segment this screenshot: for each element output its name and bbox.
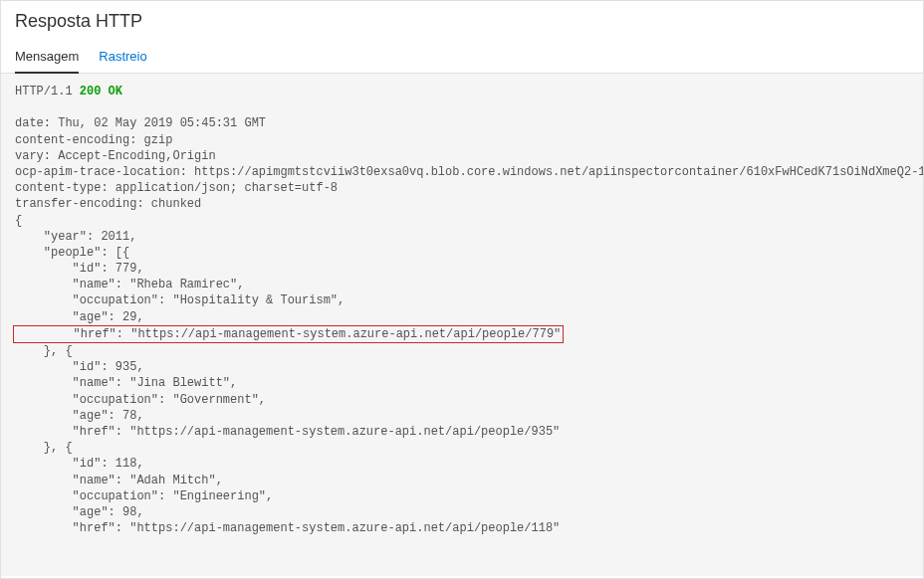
body-p3-id: "id": 118, xyxy=(15,457,144,471)
body-p2-href: "href": "https://api-management-system.a… xyxy=(15,425,560,439)
http-status-line: HTTP/1.1 200 OK xyxy=(15,85,122,98)
panel-title: Resposta HTTP xyxy=(15,11,909,32)
body-p3-age: "age": 98, xyxy=(15,505,144,519)
body-p2-name: "name": "Jina Blewitt", xyxy=(15,376,237,390)
body-open: { xyxy=(15,214,22,228)
header-vary: vary: Accept-Encoding,Origin xyxy=(15,149,216,163)
body-sep1: }, { xyxy=(15,344,73,358)
body-people-open: "people": [{ xyxy=(15,246,129,260)
header-content-type: content-type: application/json; charset=… xyxy=(15,181,338,195)
highlighted-href: "href": "https://api-management-system.a… xyxy=(13,325,564,343)
body-p2-id: "id": 935, xyxy=(15,360,144,374)
http-status: 200 OK xyxy=(80,85,122,98)
body-p2-occ: "occupation": "Government", xyxy=(15,393,266,407)
body-p3-occ: "occupation": "Engineering", xyxy=(15,489,273,503)
header-trace-location: ocp-apim-trace-location: https://apimgmt… xyxy=(15,165,923,179)
body-sep2: }, { xyxy=(15,441,73,455)
body-p1-age: "age": 29, xyxy=(15,310,144,324)
response-body: HTTP/1.1 200 OK date: Thu, 02 May 2019 0… xyxy=(1,74,923,576)
body-p3-name: "name": "Adah Mitch", xyxy=(15,474,223,487)
body-p3-href: "href": "https://api-management-system.a… xyxy=(15,521,560,535)
header-content-encoding: content-encoding: gzip xyxy=(15,133,172,147)
body-year: "year": 2011, xyxy=(15,230,136,244)
tab-trace[interactable]: Rastreio xyxy=(99,43,146,74)
http-version: HTTP/1.1 xyxy=(15,85,80,98)
body-p1-occ: "occupation": "Hospitality & Tourism", xyxy=(15,293,345,307)
tabs: Mensagem Rastreio xyxy=(1,34,923,74)
header-date: date: Thu, 02 May 2019 05:45:31 GMT xyxy=(15,116,266,130)
tab-message[interactable]: Mensagem xyxy=(15,43,79,74)
panel-header: Resposta HTTP xyxy=(1,1,923,34)
body-p1-id: "id": 779, xyxy=(15,262,144,276)
body-p1-name: "name": "Rheba Ramirec", xyxy=(15,278,244,291)
header-transfer-encoding: transfer-encoding: chunked xyxy=(15,197,201,211)
body-p2-age: "age": 78, xyxy=(15,409,144,423)
